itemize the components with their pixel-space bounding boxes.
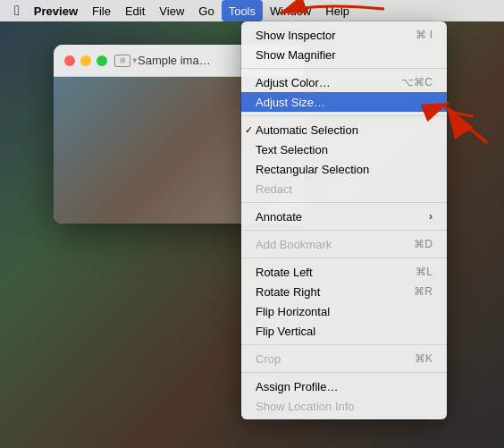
menu-file[interactable]: File <box>85 0 118 21</box>
window-title-text: Sample ima… <box>138 54 211 67</box>
adjust-color-label: Adjust Color… <box>256 76 331 89</box>
tools-dropdown-menu: Show Inspector ⌘ I Show Magnifier Adjust… <box>241 21 447 419</box>
window-title: Sample ima… <box>138 54 211 67</box>
menu-item-show-location: Show Location Info <box>241 396 447 416</box>
show-location-label: Show Location Info <box>256 400 355 413</box>
adjust-size-label: Adjust Size… <box>256 96 325 109</box>
menu-item-adjust-size[interactable]: Adjust Size… <box>241 92 447 112</box>
menu-item-show-inspector[interactable]: Show Inspector ⌘ I <box>241 25 447 45</box>
crop-shortcut: ⌘K <box>415 352 433 365</box>
automatic-selection-label: Automatic Selection <box>256 123 358 137</box>
menu-item-text-selection[interactable]: Text Selection <box>241 139 447 159</box>
menu-item-rectangular-selection[interactable]: Rectangular Selection <box>241 159 447 179</box>
redact-label: Redact <box>256 182 292 196</box>
add-bookmark-shortcut: ⌘D <box>414 238 433 250</box>
menu-item-flip-horizontal[interactable]: Flip Horizontal <box>241 301 447 321</box>
menu-go[interactable]: Go <box>191 0 221 21</box>
menu-item-show-magnifier[interactable]: Show Magnifier <box>241 45 447 64</box>
close-button[interactable] <box>64 55 75 66</box>
rotate-left-shortcut: ⌘L <box>416 266 433 278</box>
menu-item-rotate-left[interactable]: Rotate Left ⌘L <box>241 262 447 282</box>
adjust-color-shortcut: ⌥⌘C <box>401 76 433 89</box>
separator-4 <box>241 230 447 231</box>
text-selection-label: Text Selection <box>256 143 328 156</box>
assign-profile-label: Assign Profile… <box>256 380 338 393</box>
show-inspector-label: Show Inspector <box>256 29 336 42</box>
flip-vertical-label: Flip Vertical <box>256 325 315 338</box>
view-mode-icon[interactable]: ⊞ <box>114 55 130 67</box>
show-magnifier-label: Show Magnifier <box>256 48 336 62</box>
menu-help[interactable]: Help <box>318 0 357 21</box>
separator-3 <box>241 202 447 203</box>
annotate-label: Annotate <box>256 210 302 224</box>
submenu-arrow-icon: › <box>429 210 433 223</box>
apple-menu[interactable]:  <box>7 0 27 21</box>
add-bookmark-label: Add Bookmark <box>256 238 332 251</box>
menu-edit[interactable]: Edit <box>118 0 152 21</box>
minimize-button[interactable] <box>80 55 91 66</box>
menu-bar:  Preview File Edit View Go Tools Window… <box>0 0 504 21</box>
menu-item-flip-vertical[interactable]: Flip Vertical <box>241 321 447 341</box>
menu-item-annotate[interactable]: Annotate › <box>241 207 447 226</box>
menu-item-redact: Redact <box>241 179 447 199</box>
menu-item-add-bookmark: Add Bookmark ⌘D <box>241 234 447 254</box>
separator-1 <box>241 68 447 69</box>
traffic-lights <box>64 55 107 66</box>
rotate-left-label: Rotate Left <box>256 266 313 279</box>
separator-6 <box>241 344 447 345</box>
separator-5 <box>241 258 447 258</box>
menu-item-adjust-color[interactable]: Adjust Color… ⌥⌘C <box>241 72 447 92</box>
rotate-right-shortcut: ⌘R <box>414 285 433 298</box>
menu-item-crop: Crop ⌘K <box>241 349 447 368</box>
maximize-button[interactable] <box>97 55 107 66</box>
crop-label: Crop <box>256 352 281 366</box>
show-inspector-shortcut: ⌘ I <box>416 29 433 41</box>
flip-horizontal-label: Flip Horizontal <box>256 305 330 318</box>
menu-preview[interactable]: Preview <box>27 0 85 21</box>
menu-item-rotate-right[interactable]: Rotate Right ⌘R <box>241 282 447 301</box>
menu-tools[interactable]: Tools <box>222 0 263 21</box>
menu-view[interactable]: View <box>152 0 191 21</box>
separator-2 <box>241 115 447 116</box>
menu-window[interactable]: Window <box>263 0 318 21</box>
rectangular-selection-label: Rectangular Selection <box>256 163 369 176</box>
menu-item-assign-profile[interactable]: Assign Profile… <box>241 376 447 396</box>
separator-7 <box>241 372 447 373</box>
menu-item-automatic-selection[interactable]: ✓ Automatic Selection <box>241 120 447 139</box>
rotate-right-label: Rotate Right <box>256 285 320 299</box>
checkmark-icon: ✓ <box>245 124 253 136</box>
